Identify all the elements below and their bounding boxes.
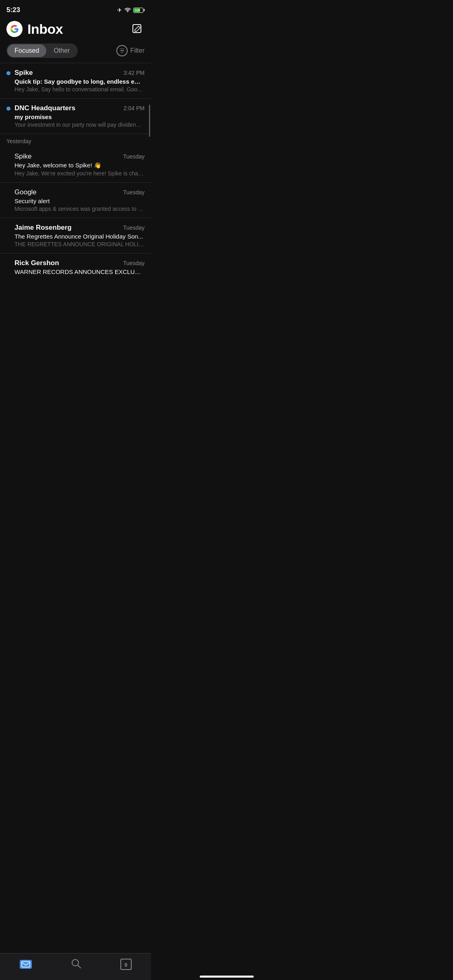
sender-name-2: DNC Headquarters [14,104,75,112]
email-content-6: Rick Gershon Tuesday WARNER RECORDS ANNO… [14,259,145,276]
email-subject-4: Security alert [14,198,145,204]
read-indicator-5 [6,224,10,228]
tab-group: Focused Other [6,43,78,58]
email-time-3: Tuesday [123,153,145,160]
sender-name-4: Google [14,188,37,196]
email-item-2[interactable]: DNC Headquarters 2:04 PM my promises You… [0,99,151,134]
filter-tabs: Focused Other Filter [0,42,151,63]
email-header-row-3: Spike Tuesday [14,152,145,161]
email-header-row-1: Spike 3:42 PM [14,69,145,77]
email-subject-3: Hey Jake, welcome to Spike! 👋 [14,162,145,169]
email-header-row-5: Jaime Rosenberg Tuesday [14,224,145,232]
email-time-4: Tuesday [123,189,145,196]
unread-indicator-1 [6,71,10,75]
email-subject-2: my promises [14,113,145,120]
email-preview-3: Hey Jake, We're excited you're here! Spi… [14,170,145,177]
filter-icon [116,45,128,56]
email-item-3[interactable]: Spike Tuesday Hey Jake, welcome to Spike… [0,147,151,183]
email-content-4: Google Tuesday Security alert Microsoft … [14,188,145,212]
email-time-2: 2:04 PM [124,105,145,111]
read-indicator-4 [6,188,10,192]
sender-name-1: Spike [14,69,33,77]
email-header-row-4: Google Tuesday [14,188,145,196]
inbox-title: Inbox [27,21,63,37]
airplane-icon: ✈ [117,7,122,13]
google-logo [6,21,23,37]
status-bar: 5:23 ✈ ⚡ [0,0,151,18]
email-item-1[interactable]: Spike 3:42 PM Quick tip: Say goodbye to … [0,63,151,99]
email-content-2: DNC Headquarters 2:04 PM my promises You… [14,104,145,128]
email-content-1: Spike 3:42 PM Quick tip: Say goodbye to … [14,69,145,93]
status-time: 5:23 [6,6,20,14]
filter-line-3 [121,52,123,53]
header: Inbox [0,18,151,42]
status-icons: ✈ ⚡ [117,7,145,13]
email-subject-6: WARNER RECORDS ANNOUNCES EXCLUSIVE [14,268,145,275]
sender-name-5: Jaime Rosenberg [14,224,72,232]
email-preview-5: THE REGRETTES ANNOUNCE ORIGINAL HOLIDAY … [14,241,145,247]
battery-icon: ⚡ [133,8,145,13]
compose-icon [132,24,143,34]
email-time-6: Tuesday [123,260,145,266]
sender-name-6: Rick Gershon [14,259,59,267]
header-left: Inbox [6,21,63,37]
filter-lines-group [120,49,124,53]
email-content-3: Spike Tuesday Hey Jake, welcome to Spike… [14,152,145,177]
email-header-row-6: Rick Gershon Tuesday [14,259,145,267]
email-time-5: Tuesday [123,224,145,231]
compose-button[interactable] [130,22,145,36]
section-label-yesterday: Yesterday [0,134,151,147]
email-subject-1: Quick tip: Say goodbye to long, endless … [14,78,145,85]
email-time-1: 3:42 PM [124,70,145,76]
email-subject-5: The Regrettes Announce Original Holiday … [14,233,145,240]
email-preview-2: Your investment in our party now will pa… [14,121,145,128]
email-content-5: Jaime Rosenberg Tuesday The Regrettes An… [14,224,145,247]
wifi-icon [124,7,131,13]
email-preview-4: Microsoft apps & services was granted ac… [14,206,145,212]
svg-point-0 [127,11,128,12]
email-item-5[interactable]: Jaime Rosenberg Tuesday The Regrettes An… [0,218,151,253]
read-indicator-6 [6,259,10,263]
unread-indicator-2 [6,107,10,111]
tab-other[interactable]: Other [46,44,77,57]
read-indicator-3 [6,152,10,156]
tab-focused[interactable]: Focused [7,44,46,57]
filter-button[interactable]: Filter [116,45,145,56]
email-list: Spike 3:42 PM Quick tip: Say goodbye to … [0,63,151,314]
filter-line-1 [120,49,124,49]
email-item-4[interactable]: Google Tuesday Security alert Microsoft … [0,183,151,218]
sender-name-3: Spike [14,152,32,161]
filter-line-2 [120,50,124,51]
email-preview-1: Hey Jake, Say hello to conversational em… [14,86,145,93]
filter-label: Filter [130,47,145,54]
email-item-6[interactable]: Rick Gershon Tuesday WARNER RECORDS ANNO… [0,253,151,282]
email-header-row-2: DNC Headquarters 2:04 PM [14,104,145,112]
